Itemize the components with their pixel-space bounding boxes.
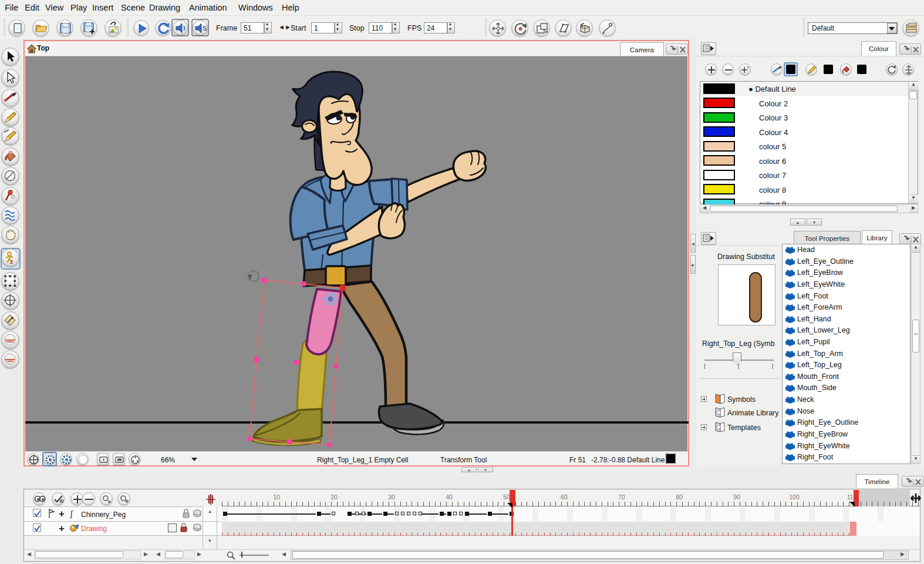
svg-text:2: 2 [10, 259, 13, 265]
svg-text:S: S [203, 25, 207, 32]
svg-text:T: T [747, 66, 750, 70]
